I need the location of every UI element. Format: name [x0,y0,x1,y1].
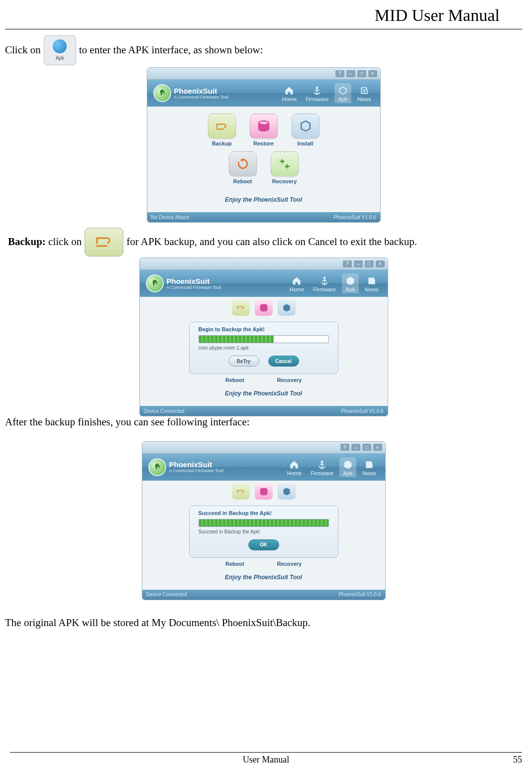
tab-news[interactable]: News [354,83,374,103]
phoenix-logo-icon [146,274,164,292]
tab-news[interactable]: News [362,273,382,293]
backup-button[interactable] [208,114,236,138]
backup-line: Backup: click on for APK backup, and you… [5,228,522,257]
apk-globe-icon [53,39,67,53]
backup-mini-icon [232,300,250,316]
statusbar: No Device Attach PhoenixSuit V1.0.6 [147,212,380,222]
nav-tabs: Home Firmware Apk News [284,457,379,477]
cube-icon [342,459,353,470]
status-left: No Device Attach [151,215,190,220]
help-button[interactable]: ? [340,444,349,451]
dialog-sub: Succeed in Backup the Apk! [199,529,329,534]
tab-apk-label: Apk [346,286,355,292]
titlebar: ? – □ × [142,442,385,454]
backup-rest-b: for APK backup, and you can also click o… [126,234,417,250]
close-button[interactable]: × [368,70,377,77]
mini-icon-row [140,300,388,316]
logo: PhoenixSuit A Convinced Firmware Tool [148,458,223,476]
tab-apk[interactable]: Apk [334,83,351,103]
ok-button[interactable]: OK [248,539,279,550]
under-labels: Reboot Recovery [142,561,385,567]
brand-name: PhoenixSuit [174,87,228,95]
restore-mini-icon [255,484,273,500]
help-button[interactable]: ? [335,70,344,77]
reboot-button[interactable] [229,151,257,176]
navbar: PhoenixSuit A Convinced Firmware Tool Ho… [142,454,385,481]
cup-icon-thumb [85,228,123,257]
tab-firmware[interactable]: Firmware [310,273,339,293]
status-right: PhoenixSuit V1.0.6 [333,215,376,220]
apk-thumb-label: Apk [56,54,64,62]
tab-home-label: Home [282,96,297,102]
tab-news-label: News [365,286,379,292]
success-dialog: Succeed in Backup the Apk! Succeed in Ba… [189,506,338,558]
titlebar: ? – □ × [147,68,380,80]
cancel-button[interactable]: Cancel [268,356,299,367]
maximize-button[interactable]: □ [357,70,366,77]
recovery-label: Recovery [277,377,302,383]
restore-button[interactable] [250,114,278,138]
statusbar: Device Connected PhoenixSuit V1.0.6 [140,406,388,416]
status-right: PhoenixSuit V1.0.6 [338,592,381,597]
tab-apk[interactable]: Apk [339,457,356,477]
navbar: PhoenixSuit A Convinced Firmware Tool Ho… [140,270,388,297]
backup-label: Backup [212,140,232,146]
phoenixsuit-window-3: ? – □ × PhoenixSuit A Convinced Firmware… [142,441,386,600]
logo: PhoenixSuit A Convinced Firmware Tool [153,84,228,102]
backup-rest-a: click on [46,236,82,248]
tab-apk-label: Apk [338,96,348,102]
minimize-button[interactable]: – [351,444,360,451]
tab-home[interactable]: Home [284,457,305,477]
minimize-button[interactable]: – [354,260,363,267]
tab-firmware[interactable]: Firmware [308,457,336,477]
titlebar: ? – □ × [140,258,388,270]
news-icon [359,85,370,96]
after-backup-text: After the backup finishes, you can see f… [5,414,522,430]
close-button[interactable]: × [376,260,385,267]
news-icon [366,275,377,286]
backup-mini-icon [232,484,250,500]
status-left: Device Connected [146,592,187,597]
anchor-icon [317,459,327,470]
tab-news-label: News [362,470,376,476]
tab-apk[interactable]: Apk [342,273,359,293]
brand-tagline: A Convinced Firmware Tool [174,95,228,100]
tab-apk-label: Apk [343,470,353,476]
intro-line: Click on Apk to enter the APK interface,… [5,35,522,65]
tab-news[interactable]: News [359,457,379,477]
status-left: Device Connected [144,408,185,414]
anchor-icon [312,85,322,96]
recovery-button[interactable] [271,151,299,176]
tab-home[interactable]: Home [279,83,300,103]
page-header-title: MID User Manual [5,5,522,25]
tab-home-label: Home [290,286,304,292]
maximize-button[interactable]: □ [362,444,371,451]
close-button[interactable]: × [373,444,382,451]
minimize-button[interactable]: – [346,70,355,77]
phoenix-logo-icon [148,458,166,476]
tab-firmware[interactable]: Firmware [303,83,331,103]
statusbar: Device Connected PhoenixSuit V1.0.6 [142,590,385,600]
body: Backup Restore Install Reboot [147,107,380,212]
help-button[interactable]: ? [343,260,352,267]
reboot-label: Reboot [225,377,244,383]
anchor-icon [319,275,330,286]
brand-tagline: A Convinced Firmware Tool [167,285,221,290]
progress-fill [199,519,328,526]
install-button[interactable] [292,114,319,138]
tab-home[interactable]: Home [287,273,307,293]
backup-bold: Backup: [8,236,46,248]
brand-name: PhoenixSuit [167,277,221,285]
progress-fill [199,336,274,343]
restore-mini-icon [255,300,273,316]
brand-tagline: A Convinced Firmware Tool [169,468,223,473]
tab-home-label: Home [287,470,302,476]
retry-button[interactable]: ReTry [228,356,259,367]
status-right: PhoenixSuit V1.0.6 [341,408,383,414]
restore-label: Restore [253,140,274,146]
body: Succeed in Backup the Apk! Succeed in Ba… [142,481,385,590]
maximize-button[interactable]: □ [365,260,374,267]
page-number: 55 [502,755,522,765]
recovery-label: Recovery [272,178,297,184]
brand-name: PhoenixSuit [169,461,223,468]
